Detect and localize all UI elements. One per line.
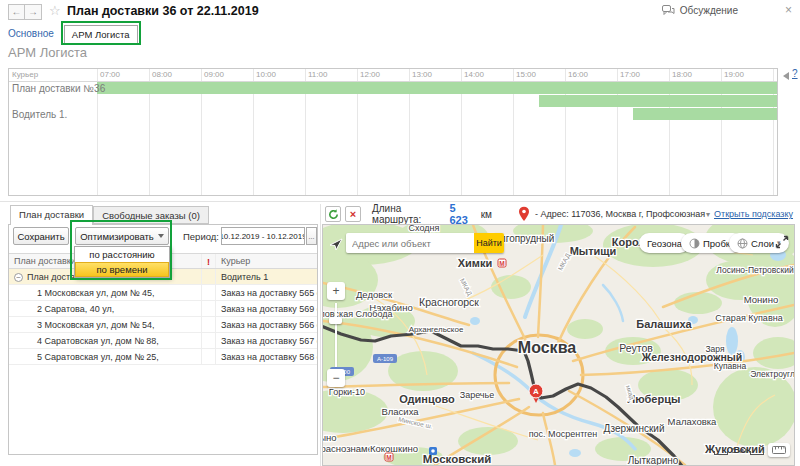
cell-flag bbox=[201, 269, 216, 284]
map-label: Одинцово bbox=[399, 393, 455, 405]
back-button[interactable]: ← bbox=[8, 4, 25, 20]
zoom-out-button[interactable]: − bbox=[327, 369, 345, 387]
table-row[interactable]: 1 Московская ул, дом № 45,Заказ на доста… bbox=[9, 285, 317, 301]
page-title: План доставки 36 от 22.11.2019 bbox=[67, 4, 259, 18]
save-button[interactable]: Сохранить bbox=[13, 227, 69, 245]
cell-address: 2 Саратова, 40 ул, bbox=[9, 304, 201, 314]
map-label: Лыткарино bbox=[628, 455, 679, 465]
forward-button[interactable]: → bbox=[25, 4, 42, 20]
open-hint-link[interactable]: Открыть подсказку bbox=[714, 209, 793, 219]
map-label: Монино bbox=[744, 294, 778, 305]
nav-tabs: Основное АРМ Логиста bbox=[8, 24, 138, 42]
map-label: Москва bbox=[518, 339, 576, 356]
layers-icon bbox=[737, 238, 748, 249]
table-row[interactable]: 4 Саратовская ул, дом № 88,Заказ на дост… bbox=[9, 333, 317, 349]
map-label: Заря bbox=[705, 344, 724, 354]
map-label: Кокошкино bbox=[370, 443, 418, 454]
table-row[interactable]: 3 Московская ул, дом № 54,Заказ на доста… bbox=[9, 317, 317, 333]
cell-courier: Курьер bbox=[216, 256, 317, 266]
cell-address: 4 Саратовская ул, дом № 88, bbox=[9, 336, 201, 346]
refresh-route-button[interactable] bbox=[325, 206, 341, 222]
gantt-bar[interactable] bbox=[539, 95, 777, 107]
tree-expander-icon[interactable]: − bbox=[14, 273, 23, 282]
zoom-slider-track[interactable] bbox=[335, 303, 337, 367]
gantt-bar[interactable] bbox=[97, 82, 777, 94]
map-label: Архангельское bbox=[409, 325, 464, 334]
map[interactable]: СходняДолгопрудныйХимкиМытищиКоролевщёлк… bbox=[322, 224, 795, 466]
clear-route-button[interactable]: × bbox=[345, 206, 361, 222]
cell-order: Заказ на доставку 569 от 22.1 bbox=[216, 304, 317, 314]
gantt-hour-label: 17:00 bbox=[620, 70, 640, 79]
gantt-hour-label: 09:00 bbox=[204, 70, 224, 79]
cell-order: Заказ на доставку 568 от 22.1 bbox=[216, 352, 317, 362]
address-text: - Адрес: 117036, Москва г, Профсоюзная у… bbox=[535, 209, 706, 219]
gantt-hour-label: 18:00 bbox=[672, 70, 692, 79]
discussion-icon bbox=[662, 5, 675, 16]
svg-text:A: A bbox=[533, 387, 539, 396]
tab-arm-logista[interactable]: АРМ Логиста bbox=[64, 25, 138, 44]
gantt-hour-label: 07:00 bbox=[100, 70, 120, 79]
left-tab-1[interactable]: Свободные заказы (0) bbox=[93, 206, 209, 224]
scale-label: 6 км bbox=[731, 446, 747, 455]
search-input[interactable] bbox=[346, 233, 474, 253]
map-label: Старая Купавна bbox=[715, 313, 782, 323]
table-row[interactable]: 2 Саратова, 40 ул,Заказ на доставку 569 … bbox=[9, 301, 317, 317]
period-label: Период: bbox=[183, 231, 219, 242]
cell-order: Заказ на доставку 566 от 22.1 bbox=[216, 320, 317, 330]
favorite-star-icon[interactable]: ☆ bbox=[49, 3, 61, 18]
left-panel-tabs: План доставкиСвободные заказы (0) bbox=[10, 205, 209, 224]
locate-arrow-icon[interactable] bbox=[328, 236, 344, 252]
gantt-row-label: Водитель 1. bbox=[12, 109, 67, 121]
map-search: Найти bbox=[346, 233, 504, 253]
gantt-hour-label: 11:00 bbox=[308, 70, 327, 79]
road-badge: А-109 bbox=[377, 356, 394, 362]
gantt-hour-label: 13:00 bbox=[412, 70, 432, 79]
map-label: Лосино-Петровский bbox=[716, 265, 794, 275]
menu-item[interactable]: по времени bbox=[75, 262, 169, 277]
address-pin-icon bbox=[518, 206, 530, 222]
gantt-hour-label: 19:00 bbox=[724, 70, 744, 79]
map-label: Красногорск bbox=[419, 296, 479, 308]
fullscreen-icon[interactable] bbox=[775, 235, 789, 249]
map-label: Сходня bbox=[409, 225, 440, 233]
ruler-button[interactable] bbox=[768, 443, 790, 457]
map-label: Электроугли bbox=[750, 369, 794, 379]
map-label: Малаховка bbox=[668, 416, 717, 427]
discussion-label: Обсуждение bbox=[680, 5, 738, 16]
gantt-hour-label: 16:00 bbox=[568, 70, 588, 79]
zoom-in-button[interactable]: + bbox=[327, 282, 345, 300]
gantt-hour-label: 15:00 bbox=[516, 70, 536, 79]
scale-tick-right bbox=[750, 451, 764, 455]
menu-item[interactable]: по расстоянию bbox=[75, 247, 169, 262]
cell-flag bbox=[201, 333, 216, 348]
map-label: Балашиха bbox=[636, 318, 692, 330]
refresh-icon bbox=[328, 209, 339, 220]
address-chevron-icon[interactable]: ▾ bbox=[706, 210, 710, 219]
period-more-button[interactable]: ... bbox=[306, 227, 317, 245]
gantt-help-link[interactable]: ? bbox=[792, 68, 798, 79]
map-label: Голицыно bbox=[323, 432, 337, 443]
cell-flag bbox=[201, 301, 216, 316]
table-row[interactable]: 5 Саратовская ул, дом № 25,Заказ на дост… bbox=[9, 349, 317, 365]
route-length-label: Длина маршрута: bbox=[372, 203, 443, 225]
map-label: Горки-10 bbox=[329, 387, 365, 397]
close-icon[interactable]: × bbox=[785, 3, 792, 17]
map-label: Дедовск bbox=[356, 289, 393, 300]
panel-splitter[interactable] bbox=[320, 204, 321, 466]
cell-address: 1 Московская ул, дом № 45, bbox=[9, 288, 201, 298]
optimize-button[interactable]: Оптимизировать bbox=[75, 227, 169, 245]
left-tab-0[interactable]: План доставки bbox=[10, 205, 93, 225]
cell-order: Заказ на доставку 565 от 22.1 bbox=[216, 288, 317, 298]
svg-text:М: М bbox=[386, 454, 391, 461]
gantt-collapse-icon[interactable] bbox=[783, 72, 789, 80]
map-label: пос. Мосрентген bbox=[529, 429, 598, 439]
discussion-link[interactable]: Обсуждение bbox=[662, 5, 738, 16]
gantt-chart[interactable]: Курьер07:0008:0009:0010:0011:0012:0013:0… bbox=[8, 68, 778, 196]
tab-main[interactable]: Основное bbox=[8, 28, 54, 42]
cell-flag bbox=[201, 285, 216, 300]
find-button[interactable]: Найти bbox=[474, 233, 504, 253]
period-field[interactable]: 10.12.2019 - 10.12.2019 bbox=[221, 227, 305, 245]
gantt-bar[interactable] bbox=[633, 108, 777, 120]
ruler-icon bbox=[772, 446, 786, 454]
zoom-slider-handle[interactable] bbox=[329, 317, 342, 324]
